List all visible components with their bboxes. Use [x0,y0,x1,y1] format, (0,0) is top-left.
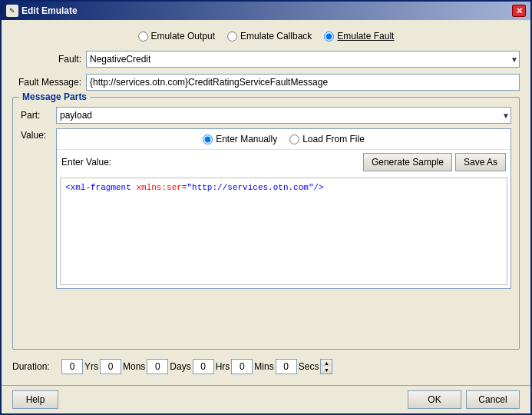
dialog-title: Edit Emulate [21,5,78,16]
fault-message-input[interactable] [86,74,520,91]
message-parts-title: Message Parts [19,91,90,102]
enter-value-label: Enter Value: [61,157,111,168]
fault-message-row: Fault Message: [12,74,520,91]
value-panel: Enter Manually Load From File Enter Valu… [56,128,511,289]
duration-mins-input[interactable] [231,359,253,374]
duration-yrs-input[interactable] [61,359,83,374]
part-dropdown[interactable]: payload [56,107,511,124]
duration-secs-input[interactable] [276,359,297,374]
value-button-group: Generate Sample Save As [363,153,506,171]
duration-secs-unit: Secs [299,361,319,372]
value-label: Value: [21,128,51,289]
value-section: Value: Enter Manually Load From File [21,128,511,289]
duration-row: Duration: Yrs Mons Days Hrs Mins Secs ▲ … [12,356,520,377]
save-as-button[interactable]: Save As [455,153,506,171]
duration-spinner[interactable]: ▲ ▼ [320,359,332,374]
ok-button[interactable]: OK [408,390,461,409]
message-parts-group: Message Parts Part: payload ▼ Value: [12,97,520,350]
group-content: Part: payload ▼ Value: [21,107,511,289]
xml-tag-close: /> [314,183,324,192]
duration-mons-input[interactable] [100,359,121,374]
bottom-right-buttons: OK Cancel [408,390,520,409]
dialog-content: Emulate Output Emulate Callback Emulate … [2,20,530,385]
titlebar: ✎ Edit Emulate ✕ [2,2,530,20]
spinner-down-button[interactable]: ▼ [321,367,332,374]
value-type-row: Enter Manually Load From File [57,129,511,150]
titlebar-left: ✎ Edit Emulate [6,5,78,17]
fault-dropdown-wrapper: NegativeCredit ▼ [86,51,520,68]
dialog-icon: ✎ [6,5,18,17]
load-from-file-radio[interactable]: Load From File [289,134,365,144]
generate-sample-button[interactable]: Generate Sample [363,153,452,171]
duration-hrs-unit: Hrs [216,361,230,372]
duration-hrs-input[interactable] [193,359,214,374]
duration-label: Duration: [12,361,58,372]
part-label: Part: [21,110,51,121]
close-button[interactable]: ✕ [512,5,526,17]
fault-row: Fault: NegativeCredit ▼ [12,51,520,68]
xml-editor[interactable]: <xml-fragment xmlns:ser="http://services… [60,178,507,285]
enter-manually-radio[interactable]: Enter Manually [203,134,277,144]
edit-emulate-dialog: ✎ Edit Emulate ✕ Emulate Output Emulate … [0,0,532,415]
duration-mins-unit: Mins [254,361,273,372]
spinner-up-button[interactable]: ▲ [321,360,332,367]
fault-dropdown[interactable]: NegativeCredit [86,51,520,68]
bottom-bar: Help OK Cancel [2,385,530,413]
emulate-fault-radio[interactable]: Emulate Fault [324,31,394,42]
fault-label: Fault: [12,54,81,65]
cancel-button[interactable]: Cancel [466,390,520,409]
emulate-output-radio[interactable]: Emulate Output [138,31,215,42]
duration-yrs-unit: Yrs [84,361,98,372]
help-button[interactable]: Help [12,390,58,409]
duration-fields: Yrs Mons Days Hrs Mins Secs ▲ ▼ [61,359,332,374]
xml-attr-value: "http://services.otn.com" [187,183,313,192]
part-row: Part: payload ▼ [21,107,511,124]
emulate-type-row: Emulate Output Emulate Callback Emulate … [12,28,520,45]
part-dropdown-wrapper: payload ▼ [56,107,511,124]
fault-message-label: Fault Message: [12,77,81,88]
duration-days-input[interactable] [147,359,168,374]
xml-attr-name: xmlns:ser [136,183,181,192]
xml-tag-open: <xml-fragment [65,183,131,192]
value-controls: Enter Value: Generate Sample Save As [57,150,511,174]
duration-mons-unit: Mons [123,361,145,372]
duration-days-unit: Days [170,361,190,372]
emulate-callback-radio[interactable]: Emulate Callback [227,31,312,42]
